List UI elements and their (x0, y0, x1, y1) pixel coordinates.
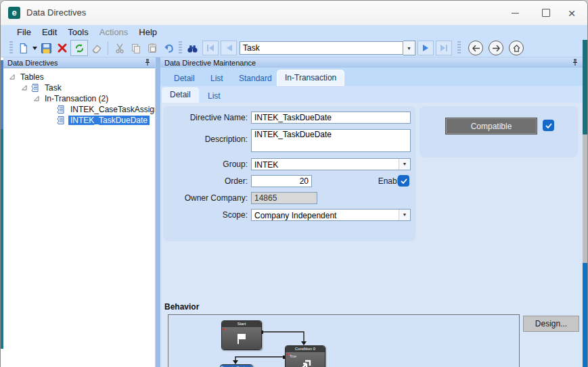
menu-help[interactable]: Help (133, 27, 162, 37)
tab-list[interactable]: List (202, 72, 231, 86)
refresh-button[interactable] (70, 40, 88, 56)
paste-icon (147, 43, 158, 53)
new-button[interactable] (15, 41, 31, 55)
flag-icon (235, 332, 248, 345)
group-value: INTEK (254, 160, 278, 170)
new-dropdown-button[interactable] (31, 41, 38, 55)
directive-doc-icon (30, 83, 40, 93)
enabled-checkbox[interactable] (398, 175, 409, 187)
home-button[interactable] (509, 41, 524, 55)
flow-node-start[interactable]: Start + (221, 320, 262, 350)
undo-button[interactable] (160, 41, 177, 55)
owner-company-input (251, 192, 317, 204)
tree-item-task[interactable]: Task (3, 82, 155, 93)
toolbar-grip (457, 41, 461, 55)
condition-true-label: True (290, 354, 296, 358)
previous-record-button (221, 41, 237, 55)
left-panel-title: Data Directives (7, 59, 144, 67)
save-icon (41, 43, 52, 54)
menu-bar: File Edit Tools Actions Help (1, 25, 587, 39)
right-panel-title: Data Directive Maintenance (164, 59, 572, 67)
maximize-icon (542, 9, 550, 17)
tab-in-transaction[interactable]: In-Transaction (277, 70, 344, 86)
minimize-icon (512, 13, 519, 14)
delete-button[interactable] (54, 41, 70, 55)
cut-button (112, 41, 128, 55)
tree-item-label: In-Transaction (2) (43, 94, 110, 103)
close-button[interactable]: × (560, 3, 583, 23)
tab-standard[interactable]: Standard (231, 72, 280, 86)
menu-edit[interactable]: Edit (37, 27, 62, 37)
back-arrow-icon (472, 45, 480, 51)
sub-tab-strip: Detail List (160, 86, 583, 103)
order-label: Order: (225, 176, 248, 186)
back-button[interactable] (468, 41, 483, 55)
group-dropdown-icon[interactable]: ▼ (399, 159, 410, 170)
expander-icon[interactable] (9, 74, 16, 80)
condition-arrow-icon (298, 358, 312, 367)
tree-item-label: INTEK_TaskDueDate (68, 116, 150, 125)
save-button[interactable] (38, 41, 54, 55)
maximize-button[interactable] (535, 3, 558, 23)
next-record-button[interactable] (417, 41, 434, 55)
right-dock-strip-blue[interactable] (583, 263, 588, 367)
subtab-detail[interactable]: Detail (162, 87, 199, 103)
menu-file[interactable]: File (12, 27, 37, 37)
refresh-icon (74, 43, 85, 53)
data-directives-panel: Data Directives Tables Task In-Transacti… (3, 57, 155, 367)
last-record-icon (440, 45, 448, 51)
order-input[interactable] (251, 175, 312, 187)
pin-icon[interactable] (144, 59, 151, 66)
scope-combobox[interactable]: Company Independent ▼ (251, 209, 411, 221)
menu-tools[interactable]: Tools (62, 27, 93, 37)
behavior-canvas[interactable]: Start + Condition 0 + True False (168, 314, 520, 367)
tree-item-intek-taskduedate[interactable]: INTEK_TaskDueDate (3, 115, 155, 126)
scope-dropdown-icon[interactable]: ▼ (399, 210, 410, 220)
app-window: e Data Directives × File Edit Tools Acti… (0, 0, 588, 367)
group-label: Group: (223, 160, 248, 169)
clear-button[interactable] (88, 41, 104, 55)
dropdown-caret-icon (32, 47, 37, 50)
right-dock-strip-teal[interactable] (583, 40, 588, 134)
undo-icon (163, 43, 175, 54)
copy-icon (131, 43, 141, 53)
menu-actions: Actions (94, 27, 134, 37)
pin-icon[interactable] (572, 59, 579, 66)
tree-item-intek-casetaskassign[interactable]: INTEK_CaseTaskAssign (3, 104, 155, 115)
toolbar-grip (9, 41, 13, 55)
find-button[interactable] (184, 41, 200, 55)
expander-icon[interactable] (33, 95, 40, 102)
right-dock-strip-gray[interactable] (583, 134, 588, 263)
design-button[interactable]: Design... (523, 316, 579, 332)
tab-detail[interactable]: Detail (166, 72, 203, 86)
record-search-input[interactable] (240, 41, 403, 55)
binoculars-icon (187, 43, 198, 54)
record-dropdown-button[interactable]: ▼ (403, 41, 415, 55)
tree-item-tables[interactable]: Tables (3, 72, 155, 82)
cut-icon (114, 43, 125, 53)
directive-name-input[interactable] (251, 112, 411, 124)
subtab-list[interactable]: List (200, 89, 229, 103)
directive-name-label: Directive Name: (190, 113, 248, 122)
compatible-panel: Compatible (420, 106, 578, 157)
toolbar: ▼ (1, 39, 587, 57)
delete-x-icon (57, 43, 68, 53)
expander-icon[interactable] (21, 84, 28, 91)
forward-arrow-icon (493, 45, 500, 51)
tree-item-in-transaction[interactable]: In-Transaction (2) (3, 93, 155, 104)
group-combobox[interactable]: INTEK ▼ (251, 158, 411, 170)
home-icon (513, 45, 520, 52)
description-input[interactable]: INTEK_TaskDueDate (251, 129, 411, 152)
forward-button[interactable] (489, 41, 503, 55)
tree-item-label: Task (43, 83, 64, 93)
minimize-button[interactable] (503, 3, 526, 23)
compatible-button[interactable]: Compatible (445, 118, 537, 134)
data-directive-maintenance-panel: Data Directive Maintenance Detail List S… (160, 57, 583, 367)
main-tab-strip: Detail List Standard In-Transaction (160, 68, 583, 87)
flow-node-condition[interactable]: Condition 0 + True False (285, 345, 325, 367)
previous-record-icon (226, 45, 232, 51)
tree-item-label: INTEK_CaseTaskAssign (68, 105, 161, 114)
compatible-checkbox[interactable] (543, 120, 554, 131)
directives-tree: Tables Task In-Transaction (2) INTEK_Cas… (3, 68, 155, 126)
flow-node-execute-custom-code[interactable]: Execute Custom Co + # (220, 364, 253, 367)
